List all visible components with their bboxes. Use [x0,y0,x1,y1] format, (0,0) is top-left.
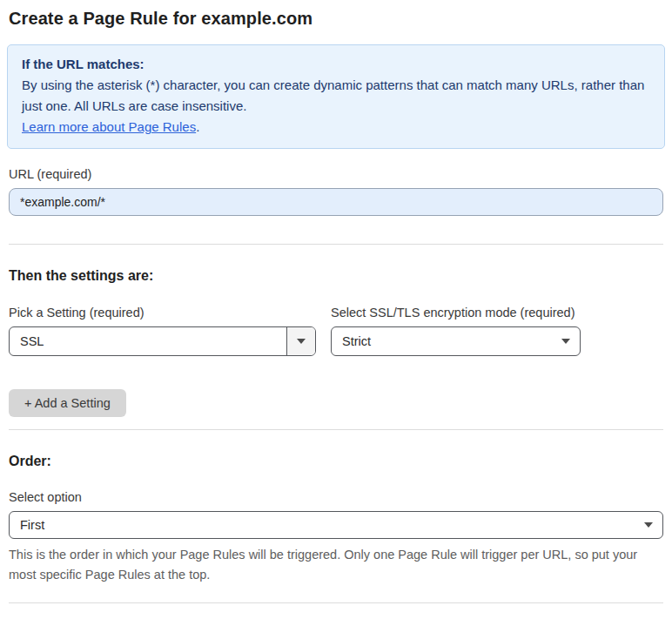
url-match-info-box: If the URL matches: By using the asteris… [7,44,665,149]
divider [9,602,663,603]
ssl-mode-value: Strict [332,334,551,348]
setting-picker-field: Pick a Setting (required) SSL [9,306,316,356]
chevron-down-icon [634,512,662,538]
order-field: Select option First This is the order in… [9,490,663,585]
setting-picker-value: SSL [10,334,286,348]
add-setting-wrap: + Add a Setting [9,389,663,417]
divider [9,429,663,430]
url-field-label: URL (required) [9,167,663,181]
setting-picker-select[interactable]: SSL [9,326,316,356]
ssl-mode-select[interactable]: Strict [331,326,581,356]
link-suffix: . [196,119,199,134]
order-section-heading: Order: [9,454,663,469]
divider [9,244,663,245]
info-box-link-line: Learn more about Page Rules. [22,117,650,138]
setting-picker-label: Pick a Setting (required) [9,306,316,320]
order-select-value: First [10,518,634,532]
url-input[interactable] [9,188,663,216]
order-select-label: Select option [9,490,663,504]
url-section: URL (required) [9,167,663,216]
add-setting-button[interactable]: + Add a Setting [9,389,126,417]
chevron-down-icon [551,327,580,355]
chevron-down-icon [286,327,315,355]
order-help-text: This is the order in which your Page Rul… [9,545,657,585]
settings-row: Pick a Setting (required) SSL Select SSL… [9,306,663,356]
create-page-rule-form: Create a Page Rule for example.com If th… [0,0,672,619]
info-box-body: By using the asterisk (*) character, you… [22,75,650,117]
learn-more-link[interactable]: Learn more about Page Rules [22,119,196,134]
settings-section-heading: Then the settings are: [9,268,663,284]
ssl-mode-label: Select SSL/TLS encryption mode (required… [331,306,581,320]
page-title: Create a Page Rule for example.com [9,9,663,29]
info-box-heading: If the URL matches: [22,54,650,75]
ssl-mode-field: Select SSL/TLS encryption mode (required… [331,306,581,356]
order-select[interactable]: First [9,511,663,539]
